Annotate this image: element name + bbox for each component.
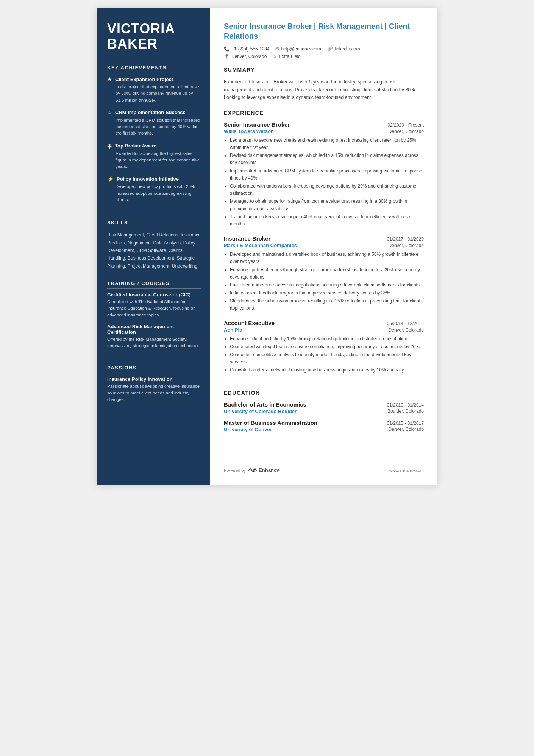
edu-location: Boulder, Colorado (387, 409, 424, 414)
summary-section: SUMMARY Experienced Insurance Broker wit… (224, 67, 424, 102)
passions-title: PASSIONS (107, 365, 201, 373)
exp-bullets: Led a team to secure new clients and ret… (224, 137, 424, 228)
passion-item: Insurance Policy Innovation Passionate a… (107, 376, 201, 403)
passion-item-desc: Passionate about developing creative ins… (107, 383, 201, 403)
email-value: help@enhancv.com (281, 46, 321, 52)
edu-date: 01/2015 - 01/2017 (387, 421, 424, 426)
location-value: Denver, Colorado (231, 54, 267, 59)
summary-text: Experienced Insurance Broker with over 5… (224, 78, 424, 102)
first-name: VICTORIA (107, 21, 201, 36)
edu-location: Denver, Colorado (389, 427, 424, 432)
exp-date: 06/2014 - 12/2016 (387, 321, 424, 326)
bullet-item: Coordinated with legal teams to ensure c… (230, 343, 424, 351)
achievements-title: KEY ACHIEVEMENTS (107, 65, 201, 73)
exp-location: Denver, Colorado (389, 327, 424, 333)
contact-location: 📍 Denver, Colorado (224, 54, 267, 59)
contact-phone: 📞 +1-(234)-555-1234 (224, 46, 269, 52)
brand-name: Enhancv (259, 467, 279, 473)
phone-icon: 📞 (224, 46, 230, 52)
experience-section: EXPERIENCE Senior Insurance Broker 02/20… (224, 110, 424, 382)
exp-company: Aon Plc (224, 327, 242, 333)
edu-degree: Bachelor of Arts in Economics (224, 401, 306, 408)
skills-text: Risk Management, Client Relations, Insur… (107, 231, 201, 270)
bullet-item: Enhanced client portfolio by 15% through… (230, 335, 424, 343)
achievement-header: ◉ Top Broker Award (107, 143, 201, 149)
last-name: BAKER (107, 36, 201, 52)
bullet-item: Initiated client feedback programs that … (230, 290, 424, 297)
exp-company-row: Aon Plc Denver, Colorado (224, 327, 424, 333)
achievement-desc: Led a project that expanded our client b… (107, 84, 201, 103)
education-section: EDUCATION Bachelor of Arts in Economics … (224, 390, 424, 438)
bullet-item: Facilitated numerous successful negotiat… (230, 282, 424, 289)
training-item: Advanced Risk Management Certification O… (107, 324, 201, 349)
achievement-header: ★ Client Expansion Project (107, 76, 201, 82)
achievement-item: ★ Client Expansion Project Led a project… (107, 76, 201, 103)
bullet-item: Managed to obtain superior ratings from … (230, 198, 424, 212)
achievement-item: ☆ CRM Implementation Success Implemented… (107, 110, 201, 137)
training-course-title: Certified Insurance Counselor (CIC) (107, 292, 201, 297)
achievement-item: ◉ Top Broker Award Awarded for achieving… (107, 143, 201, 170)
exp-company-row: Marsh & McLennan Companies Denver, Color… (224, 243, 424, 248)
bullet-item: Collaborated with underwriters, increasi… (230, 183, 424, 197)
education-title: EDUCATION (224, 390, 424, 398)
main-job-title: Senior Insurance Broker | Risk Managemen… (224, 21, 424, 41)
training-course-desc: Offered by the Risk Management Society, … (107, 336, 201, 349)
email-icon: ✉ (275, 46, 279, 52)
exp-job-title: Insurance Broker (224, 235, 270, 242)
edu-header-row: Master of Business Administration 01/201… (224, 419, 424, 426)
contact-row: 📞 +1-(234)-555-1234 ✉ help@enhancv.com 🔗… (224, 46, 424, 52)
main-header: Senior Insurance Broker | Risk Managemen… (224, 21, 424, 61)
location-icon: 📍 (224, 54, 230, 59)
exp-entry: Account Executive 06/2014 - 12/2016 Aon … (224, 320, 424, 374)
edu-header-row: Bachelor of Arts in Economics 01/2010 - … (224, 401, 424, 408)
name-block: VICTORIA BAKER (107, 21, 201, 51)
edu-school-row: University of Denver Denver, Colorado (224, 427, 424, 432)
achievement-title: Policy Innovation Initiative (117, 176, 179, 182)
linkedin-icon: 🔗 (327, 46, 333, 52)
enhancv-logo-icon (248, 468, 257, 473)
edu-school: University of Colorado Boulder (224, 409, 297, 414)
achievement-desc: Developed new policy products with 20% i… (107, 183, 201, 203)
extra-icon: ☆ (273, 54, 277, 59)
achievement-item: ⚡ Policy Innovation Initiative Developed… (107, 176, 201, 203)
exp-date: 02/2020 - Present (388, 122, 424, 128)
passions-list: Insurance Policy Innovation Passionate a… (107, 376, 201, 403)
bullet-item: Conducted competitive analysis to identi… (230, 351, 424, 366)
exp-company-row: Willis Towers Watson Denver, Colorado (224, 128, 424, 134)
exp-header-row: Senior Insurance Broker 02/2020 - Presen… (224, 121, 424, 128)
training-section: TRAINING / COURSES Certified Insurance C… (107, 280, 201, 354)
achievement-header: ⚡ Policy Innovation Initiative (107, 176, 201, 182)
powered-by-label: Powered by (224, 468, 246, 473)
skills-title: SKILLS (107, 220, 201, 228)
bullet-item: Developed and maintained a diversified b… (230, 251, 424, 265)
exp-header-row: Insurance Broker 01/2017 - 01/2020 (224, 235, 424, 242)
exp-date: 01/2017 - 01/2020 (387, 236, 424, 242)
footer-bar: Powered by Enhancv www.enhancv.com (224, 461, 424, 473)
achievement-desc: Awarded for achieving the highest sales … (107, 150, 201, 170)
passions-section: PASSIONS Insurance Policy Innovation Pas… (107, 365, 201, 407)
bullet-item: Led a team to secure new clients and ret… (230, 137, 424, 151)
bullet-item: Enhanced policy offerings through strate… (230, 266, 424, 281)
exp-header-row: Account Executive 06/2014 - 12/2016 (224, 320, 424, 326)
skills-section: SKILLS Risk Management, Client Relations… (107, 220, 201, 270)
summary-title: SUMMARY (224, 67, 424, 75)
achievements-section: KEY ACHIEVEMENTS ★ Client Expansion Proj… (107, 65, 201, 209)
phone-value: +1-(234)-555-1234 (231, 46, 269, 52)
bullet-item: Standardized the submission process, res… (230, 297, 424, 312)
edu-school: University of Denver (224, 427, 272, 432)
exp-company: Marsh & McLennan Companies (224, 243, 297, 248)
star-outline-icon: ☆ (107, 110, 112, 116)
contact-extra: ☆ Extra Field (273, 54, 300, 59)
footer-left: Powered by Enhancv (224, 467, 279, 473)
contact-row-2: 📍 Denver, Colorado ☆ Extra Field (224, 54, 424, 59)
training-list: Certified Insurance Counselor (CIC) Comp… (107, 292, 201, 349)
contact-linkedin: 🔗 linkedin.com (327, 46, 360, 52)
achievement-header: ☆ CRM Implementation Success (107, 110, 201, 116)
contact-email: ✉ help@enhancv.com (275, 46, 321, 52)
resume-container: VICTORIA BAKER KEY ACHIEVEMENTS ★ Client… (97, 8, 437, 485)
linkedin-value: linkedin.com (335, 46, 360, 52)
footer-logo: Enhancv (248, 467, 279, 473)
edu-entry: Master of Business Administration 01/201… (224, 419, 424, 432)
achievement-title: Top Broker Award (115, 143, 157, 149)
exp-bullets: Developed and maintained a diversified b… (224, 251, 424, 312)
